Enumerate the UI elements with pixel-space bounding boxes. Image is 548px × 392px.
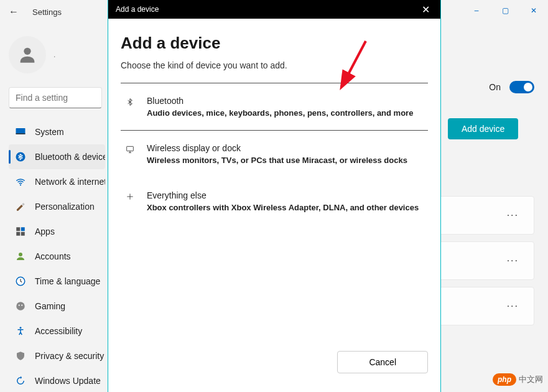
bluetooth-icon — [124, 96, 136, 118]
bluetooth-panel: On Add device — [448, 81, 534, 139]
modal-close-button[interactable]: ✕ — [413, 0, 438, 19]
sidebar-item-label: Apps — [35, 226, 55, 236]
watermark-text: 中文网 — [519, 374, 543, 385]
sidebar-item-label: Personalization — [35, 202, 95, 212]
sidebar: System Bluetooth & devices Network & int… — [9, 119, 105, 392]
option-title: Everything else — [147, 190, 419, 200]
sidebar-item-label: Accessibility — [35, 326, 82, 336]
svg-rect-2 — [16, 133, 26, 134]
more-icon[interactable]: ··· — [507, 255, 519, 266]
sidebar-item-update[interactable]: Windows Update — [9, 368, 105, 392]
more-icon[interactable]: ··· — [507, 301, 519, 312]
sidebar-item-system[interactable]: System — [9, 119, 105, 144]
svg-rect-8 — [21, 232, 25, 236]
svg-point-13 — [21, 304, 22, 306]
option-desc: Audio devices, mice, keyboards, phones, … — [147, 108, 413, 118]
sidebar-item-bluetooth[interactable]: Bluetooth & devices — [9, 144, 105, 169]
option-everything-else[interactable]: Everything else Xbox controllers with Xb… — [121, 178, 428, 225]
option-texts: Wireless display or dock Wireless monito… — [147, 143, 407, 165]
watermark: php 中文网 — [493, 373, 543, 386]
modal-subtitle: Choose the kind of device you want to ad… — [121, 60, 428, 70]
brush-icon — [15, 201, 26, 212]
svg-point-4 — [20, 184, 21, 185]
sidebar-item-label: Gaming — [35, 301, 65, 311]
minimize-button[interactable]: – — [462, 1, 491, 21]
back-arrow-icon[interactable]: ← — [5, 4, 22, 20]
plus-icon — [124, 190, 136, 212]
toggle-label: On — [489, 82, 501, 92]
sidebar-item-label: Accounts — [35, 251, 71, 261]
add-device-button[interactable]: Add device — [448, 118, 518, 139]
maximize-button[interactable]: ▢ — [491, 1, 519, 21]
option-wireless-display[interactable]: Wireless display or dock Wireless monito… — [121, 131, 428, 178]
watermark-badge: php — [493, 373, 516, 386]
clock-icon — [15, 276, 26, 287]
shield-icon — [15, 350, 26, 362]
avatar[interactable] — [9, 36, 46, 73]
svg-point-11 — [16, 302, 25, 310]
option-title: Bluetooth — [147, 96, 413, 106]
svg-rect-5 — [16, 227, 20, 231]
sidebar-item-label: Windows Update — [35, 376, 101, 386]
modal-titlebar: Add a device ✕ — [108, 0, 440, 19]
sidebar-item-apps[interactable]: Apps — [9, 219, 105, 244]
modal-footer: Cancel — [337, 351, 428, 373]
option-title: Wireless display or dock — [147, 143, 407, 153]
update-icon — [15, 375, 26, 386]
modal-body: Add a device Choose the kind of device y… — [108, 19, 440, 392]
option-texts: Everything else Xbox controllers with Xb… — [147, 190, 419, 212]
cancel-button[interactable]: Cancel — [337, 351, 428, 373]
sidebar-item-personalization[interactable]: Personalization — [9, 194, 105, 219]
bluetooth-icon — [15, 151, 26, 162]
bluetooth-toggle[interactable] — [509, 81, 534, 93]
search-input[interactable] — [9, 87, 102, 108]
add-device-modal: Add a device ✕ Add a device Choose the k… — [108, 0, 440, 392]
accessibility-icon — [15, 325, 26, 337]
sidebar-item-privacy[interactable]: Privacy & security — [9, 343, 105, 368]
svg-point-12 — [19, 304, 20, 306]
user-area: . — [9, 36, 55, 73]
modal-title: Add a device — [116, 5, 159, 14]
svg-point-14 — [20, 327, 22, 329]
wifi-icon — [15, 176, 26, 187]
account-icon — [15, 251, 26, 262]
apps-icon — [15, 226, 26, 237]
sidebar-item-label: System — [35, 127, 64, 137]
option-texts: Bluetooth Audio devices, mice, keyboards… — [147, 96, 413, 118]
more-icon[interactable]: ··· — [507, 210, 519, 221]
svg-rect-7 — [16, 232, 20, 236]
option-desc: Wireless monitors, TVs, or PCs that use … — [147, 156, 407, 165]
sidebar-item-network[interactable]: Network & internet — [9, 169, 105, 194]
user-label: . — [53, 50, 55, 59]
sidebar-item-label: Bluetooth & devices — [35, 152, 105, 162]
modal-heading: Add a device — [121, 34, 428, 53]
svg-point-0 — [24, 48, 30, 55]
svg-rect-15 — [127, 146, 134, 151]
device-options-list: Bluetooth Audio devices, mice, keyboards… — [121, 83, 428, 225]
sidebar-item-label: Privacy & security — [35, 351, 104, 361]
sidebar-item-accounts[interactable]: Accounts — [9, 244, 105, 269]
close-button[interactable]: ✕ — [519, 1, 548, 21]
sidebar-item-accessibility[interactable]: Accessibility — [9, 319, 105, 343]
bluetooth-toggle-row: On — [448, 81, 534, 93]
option-bluetooth[interactable]: Bluetooth Audio devices, mice, keyboards… — [121, 83, 428, 131]
display-icon — [15, 126, 26, 138]
page-title: Settings — [32, 7, 62, 17]
sidebar-item-label: Time & language — [35, 276, 100, 286]
svg-rect-6 — [21, 227, 25, 231]
svg-point-9 — [19, 253, 22, 256]
option-desc: Xbox controllers with Xbox Wireless Adap… — [147, 203, 419, 212]
sidebar-item-gaming[interactable]: Gaming — [9, 294, 105, 319]
user-icon — [17, 44, 38, 65]
sidebar-item-label: Network & internet — [35, 177, 105, 187]
settings-header: ← Settings — [5, 4, 62, 20]
display-icon — [124, 143, 136, 165]
sidebar-item-time[interactable]: Time & language — [9, 269, 105, 294]
gaming-icon — [15, 301, 26, 312]
